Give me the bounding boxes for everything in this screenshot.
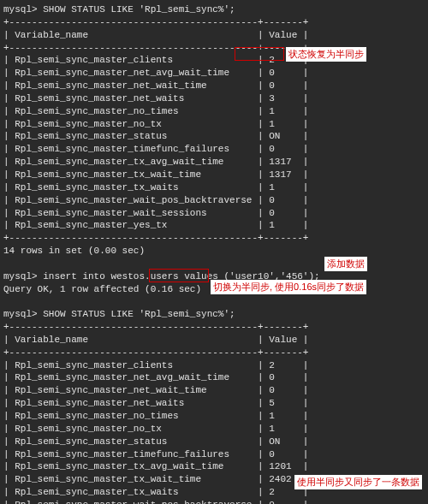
- table-row: | Rpl_semi_sync_master_tx_avg_wait_time …: [3, 460, 425, 473]
- table-row: | Rpl_semi_sync_master_net_waits | 5 |: [3, 397, 425, 410]
- table-row: | Rpl_semi_sync_master_status | ON |: [3, 130, 425, 143]
- table-header: | Variable_name | Value |: [3, 334, 425, 347]
- mysql-prompt: mysql> SHOW STATUS LIKE 'Rpl_semi_sync%'…: [3, 308, 425, 321]
- table-row: | Rpl_semi_sync_master_tx_waits | 1 |: [3, 181, 425, 194]
- table-row: | Rpl_semi_sync_master_wait_pos_backtrav…: [3, 499, 425, 504]
- table-row: | Rpl_semi_sync_master_wait_sessions | 0…: [3, 207, 425, 220]
- annotation-status-reset: 状态恢复为半同步: [286, 47, 366, 62]
- annotation-synced: 使用半同步又同步了一条数据: [294, 475, 422, 489]
- table-row: | Rpl_semi_sync_master_net_wait_time | 0…: [3, 384, 425, 397]
- table-row: | Rpl_semi_sync_master_net_waits | 3 |: [3, 92, 425, 105]
- mysql-prompt: mysql> SHOW STATUS LIKE 'Rpl_semi_sync%'…: [3, 3, 425, 16]
- table-row: | Rpl_semi_sync_master_yes_tx | 1 |: [3, 219, 425, 232]
- annotation-switch: 切换为半同步, 使用0.16s同步了数据: [211, 280, 366, 294]
- table-sep: +---------------------------------------…: [3, 232, 425, 245]
- table-row: | Rpl_semi_sync_master_net_wait_time | 0…: [3, 80, 425, 92]
- table-row: | Rpl_semi_sync_master_net_avg_wait_time…: [3, 371, 425, 384]
- table-row: | Rpl_semi_sync_master_no_tx | 1 |: [3, 118, 425, 131]
- table-header: | Variable_name | Value |: [3, 29, 425, 42]
- table-row: | Rpl_semi_sync_master_timefunc_failures…: [3, 448, 425, 461]
- table-row: | Rpl_semi_sync_master_clients | 2 |: [3, 359, 425, 372]
- table-row: | Rpl_semi_sync_master_status | ON |: [3, 436, 425, 448]
- table-row: | Rpl_semi_sync_master_no_times | 1 |: [3, 410, 425, 423]
- table-row: | Rpl_semi_sync_master_no_tx | 1 |: [3, 423, 425, 436]
- table-sep: +---------------------------------------…: [3, 321, 425, 334]
- table-row: | Rpl_semi_sync_master_no_times | 1 |: [3, 105, 425, 118]
- table-sep: +---------------------------------------…: [3, 16, 425, 29]
- table-row: | Rpl_semi_sync_master_timefunc_failures…: [3, 143, 425, 156]
- table-row: | Rpl_semi_sync_master_net_avg_wait_time…: [3, 67, 425, 80]
- result-footer: 14 rows in set (0.00 sec): [3, 245, 425, 258]
- table-row: | Rpl_semi_sync_master_tx_wait_time | 13…: [3, 169, 425, 181]
- table-row: | Rpl_semi_sync_master_wait_pos_backtrav…: [3, 194, 425, 207]
- annotation-add-data: 添加数据: [324, 257, 367, 271]
- table-sep: +---------------------------------------…: [3, 347, 425, 359]
- blank: [3, 295, 425, 308]
- table-row: | Rpl_semi_sync_master_tx_avg_wait_time …: [3, 156, 425, 169]
